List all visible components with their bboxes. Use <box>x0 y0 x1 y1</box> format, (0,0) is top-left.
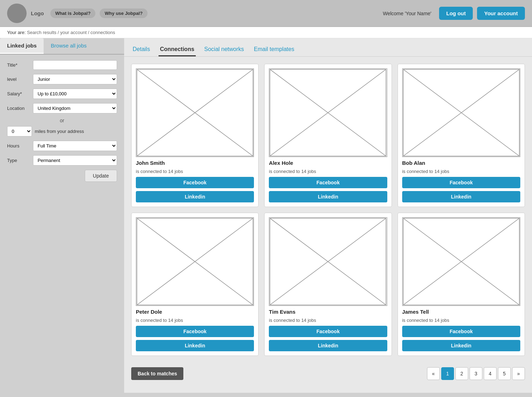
your-account-button[interactable]: Your account <box>477 7 525 20</box>
main-layout: Linked jobs Browse all jobs Title* level… <box>0 38 532 393</box>
breadcrumb-path: Search results / your account / connecti… <box>27 30 115 35</box>
title-row: Title* <box>7 60 117 70</box>
facebook-button[interactable]: Facebook <box>402 177 520 188</box>
update-row: Update <box>7 170 117 182</box>
card-image <box>269 68 387 157</box>
hours-row: Hours Full TimePart Time <box>7 141 117 151</box>
linkedin-button[interactable]: Linkedin <box>269 340 387 351</box>
pagination: «12345» <box>427 367 525 380</box>
location-row: Location United KingdomUnited StatesRemo… <box>7 103 117 113</box>
tab-email-templates[interactable]: Email templates <box>253 43 296 56</box>
card-person-name: Alex Hole <box>269 160 387 166</box>
hours-label: Hours <box>7 143 30 149</box>
tab-details[interactable]: Details <box>131 43 151 56</box>
content-area: Details Connections Social networks Emai… <box>124 38 532 393</box>
miles-select[interactable]: 0 <box>7 126 32 136</box>
card-person-name: Peter Dole <box>136 309 254 315</box>
facebook-button[interactable]: Facebook <box>136 326 254 337</box>
connection-card: Tim Evansis connected to 14 jobsFacebook… <box>264 213 392 356</box>
miles-label: miles from your address <box>35 129 84 134</box>
linkedin-button[interactable]: Linkedin <box>402 340 520 351</box>
card-image <box>136 217 254 306</box>
card-connected-text: is connected to 14 jobs <box>402 169 520 174</box>
linkedin-button[interactable]: Linkedin <box>269 191 387 202</box>
card-person-name: John Smith <box>136 160 254 166</box>
card-image <box>402 68 520 157</box>
sidebar-form: Title* level JuniorMidSenior Salary* Up … <box>0 55 124 188</box>
hours-select[interactable]: Full TimePart Time <box>33 141 117 151</box>
why-use-jobpal-button[interactable]: Why use Jobpal? <box>100 9 148 18</box>
card-connected-text: is connected to 14 jobs <box>269 169 387 174</box>
card-person-name: James Tell <box>402 309 520 315</box>
facebook-button[interactable]: Facebook <box>136 177 254 188</box>
what-is-jobpal-button[interactable]: What is Jobpal? <box>50 9 96 18</box>
card-connected-text: is connected to 14 jobs <box>269 318 387 323</box>
update-button[interactable]: Update <box>85 170 117 182</box>
linkedin-button[interactable]: Linkedin <box>402 191 520 202</box>
card-connected-text: is connected to 14 jobs <box>136 318 254 323</box>
sidebar: Linked jobs Browse all jobs Title* level… <box>0 38 124 393</box>
location-label: Location <box>7 106 30 111</box>
tab-browse-all-jobs[interactable]: Browse all jobs <box>44 38 94 54</box>
pagination-next[interactable]: » <box>512 367 525 380</box>
card-image <box>269 217 387 306</box>
facebook-button[interactable]: Facebook <box>269 326 387 337</box>
pagination-prev[interactable]: « <box>427 367 440 380</box>
header: Logo What is Jobpal? Why use Jobpal? Wel… <box>0 0 532 27</box>
linkedin-button[interactable]: Linkedin <box>136 191 254 202</box>
sidebar-tabs: Linked jobs Browse all jobs <box>0 38 124 55</box>
pagination-page-2[interactable]: 2 <box>455 367 468 380</box>
title-label: Title* <box>7 62 30 68</box>
linkedin-button[interactable]: Linkedin <box>136 340 254 351</box>
card-connected-text: is connected to 14 jobs <box>136 169 254 174</box>
salary-select[interactable]: Up to £10,000Up to £20,000Up to £30,000U… <box>33 89 117 99</box>
facebook-button[interactable]: Facebook <box>402 326 520 337</box>
card-connected-text: is connected to 14 jobs <box>402 318 520 323</box>
tab-linked-jobs[interactable]: Linked jobs <box>0 38 44 54</box>
pagination-page-5[interactable]: 5 <box>498 367 511 380</box>
connection-card: Peter Doleis connected to 14 jobsFaceboo… <box>131 213 259 356</box>
tab-connections[interactable]: Connections <box>159 43 196 56</box>
pagination-page-4[interactable]: 4 <box>484 367 497 380</box>
salary-row: Salary* Up to £10,000Up to £20,000Up to … <box>7 89 117 99</box>
facebook-button[interactable]: Facebook <box>269 177 387 188</box>
pagination-page-1[interactable]: 1 <box>441 367 454 380</box>
logout-button[interactable]: Log out <box>439 7 473 20</box>
connections-grid: John Smithis connected to 14 jobsFaceboo… <box>124 57 532 363</box>
or-divider: or <box>7 118 117 123</box>
content-tabs: Details Connections Social networks Emai… <box>124 38 532 57</box>
type-select[interactable]: PermanentContractTemporary <box>33 155 117 166</box>
level-select[interactable]: JuniorMidSenior <box>33 74 117 84</box>
logo-icon <box>7 4 27 23</box>
miles-row: 0 miles from your address <box>7 126 117 136</box>
type-row: Type PermanentContractTemporary <box>7 155 117 166</box>
welcome-text: Welcome 'Your Name' <box>383 11 431 16</box>
card-image <box>136 68 254 157</box>
connection-card: James Tellis connected to 14 jobsFaceboo… <box>398 213 525 356</box>
card-image <box>402 217 520 306</box>
level-label: level <box>7 77 30 82</box>
location-select[interactable]: United KingdomUnited StatesRemote <box>33 103 117 113</box>
card-person-name: Tim Evans <box>269 309 387 315</box>
card-person-name: Bob Alan <box>402 160 520 166</box>
breadcrumb: Your are: Search results / your account … <box>0 27 532 38</box>
tab-social-networks[interactable]: Social networks <box>203 43 245 56</box>
content-footer: Back to matches «12345» <box>124 363 532 387</box>
title-input[interactable] <box>33 60 117 70</box>
connection-card: Alex Holeis connected to 14 jobsFacebook… <box>264 64 392 207</box>
logo-text: Logo <box>31 10 44 16</box>
level-row: level JuniorMidSenior <box>7 74 117 84</box>
connection-card: John Smithis connected to 14 jobsFaceboo… <box>131 64 259 207</box>
type-label: Type <box>7 158 30 163</box>
back-to-matches-button[interactable]: Back to matches <box>131 367 183 380</box>
breadcrumb-prefix: Your are: <box>7 30 26 35</box>
pagination-page-3[interactable]: 3 <box>470 367 482 380</box>
connection-card: Bob Alanis connected to 14 jobsFacebookL… <box>398 64 525 207</box>
salary-label: Salary* <box>7 91 30 96</box>
